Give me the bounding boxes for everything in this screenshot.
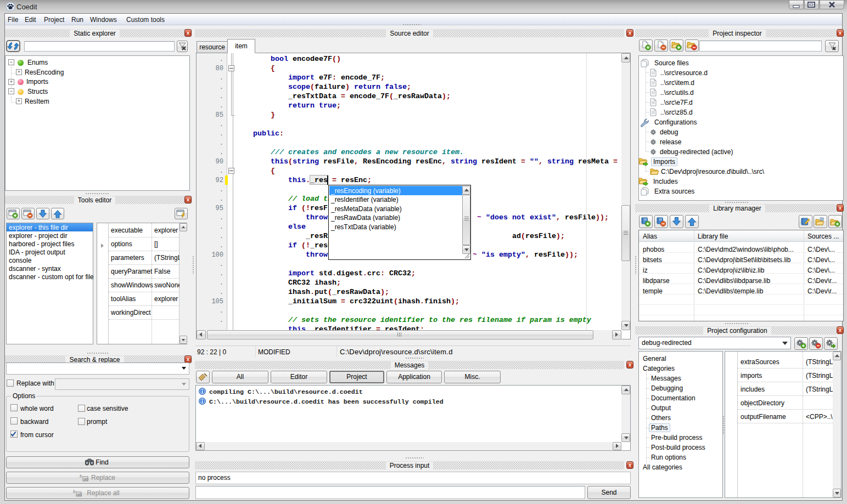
svg-text:b: b: [80, 473, 82, 479]
svg-text:ab: ab: [77, 492, 82, 497]
svg-text:ab: ab: [83, 477, 88, 482]
svg-text:b: b: [73, 489, 76, 494]
